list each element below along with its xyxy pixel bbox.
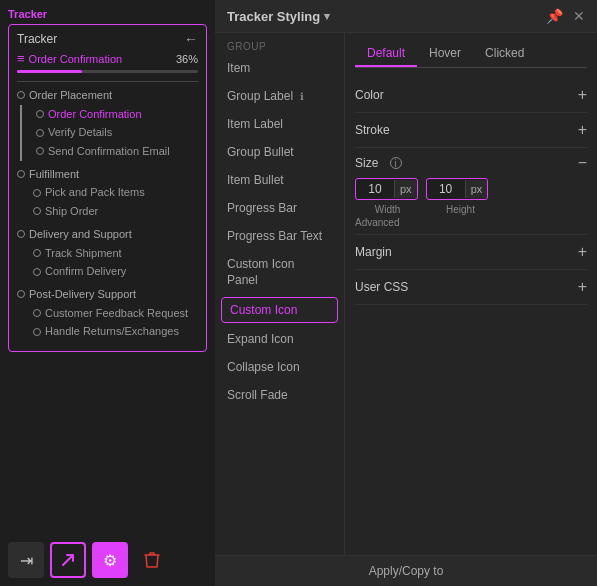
nav-item-item-bullet[interactable]: Item Bullet <box>215 166 344 194</box>
gear-button[interactable]: ⚙ <box>92 542 128 578</box>
tree-item-confirm-delivery[interactable]: Confirm Delivery <box>17 262 198 281</box>
tree-group-label-order-placement: Order Placement <box>29 86 112 105</box>
size-width-sub-label: Width <box>355 204 420 215</box>
size-width-input-group: px <box>355 178 418 200</box>
tree-group-fulfillment: Fulfillment <box>17 165 198 184</box>
tree-item-returns[interactable]: Handle Returns/Exchanges <box>17 322 198 341</box>
tracker-progress-row: Order Confirmation 36% <box>17 51 198 66</box>
tree-group-label-delivery: Delivery and Support <box>29 225 132 244</box>
settings-panel: Default Hover Clicked Color + Stroke + S… <box>345 33 597 555</box>
progress-bar-track <box>17 70 198 73</box>
panel-title-text: Tracker Styling <box>227 9 320 24</box>
margin-add-icon[interactable]: + <box>578 243 587 261</box>
divider <box>17 81 198 82</box>
tree-item-order-confirmation[interactable]: Order Confirmation <box>20 105 198 124</box>
panel-body: Group Item Group Label ℹ Item Label Grou… <box>215 33 597 555</box>
tree-group-icon-fulfillment <box>17 170 25 178</box>
tree-section-order-placement: Order Placement Order Confirmation Verif… <box>17 86 198 161</box>
size-labels: Width Height <box>355 204 587 215</box>
panel-title-group: Tracker Styling ▾ <box>227 9 330 24</box>
nav-section-group-label: Group <box>215 37 344 54</box>
nav-item-item[interactable]: Item <box>215 54 344 82</box>
tree-group-icon-delivery <box>17 230 25 238</box>
nav-item-group-bullet[interactable]: Group Bullet <box>215 138 344 166</box>
stroke-label: Stroke <box>355 123 390 137</box>
size-inputs: px px <box>355 178 587 200</box>
nav-item-item-label[interactable]: Item Label <box>215 110 344 138</box>
state-tabs: Default Hover Clicked <box>355 41 587 68</box>
user-css-label: User CSS <box>355 280 408 294</box>
nav-item-progress-bar-text[interactable]: Progress Bar Text <box>215 222 344 250</box>
size-height-input[interactable] <box>427 179 465 199</box>
margin-row: Margin + <box>355 235 587 270</box>
nav-item-custom-icon[interactable]: Custom Icon <box>221 297 338 323</box>
nav-item-progress-bar[interactable]: Progress Bar <box>215 194 344 222</box>
tracker-back-arrow[interactable]: ← <box>184 31 198 47</box>
size-info-icon: i <box>390 157 402 169</box>
progress-bar-fill <box>17 70 82 73</box>
tree-group-icon-order-placement <box>17 91 25 99</box>
nav-item-collapse-icon[interactable]: Collapse Icon <box>215 353 344 381</box>
tree-section-fulfillment: Fulfillment Pick and Pack Items Ship Ord… <box>17 165 198 221</box>
tree-group-post-delivery: Post-Delivery Support <box>17 285 198 304</box>
tab-hover[interactable]: Hover <box>417 41 473 67</box>
tracker-header: Tracker ← <box>17 31 198 47</box>
size-height-unit: px <box>465 180 488 198</box>
color-label: Color <box>355 88 384 102</box>
right-panel: Tracker Styling ▾ 📌 ✕ Group Item Group L… <box>215 0 597 586</box>
size-height-sub-label: Height <box>428 204 493 215</box>
nav-item-expand-icon[interactable]: Expand Icon <box>215 325 344 353</box>
nav-item-scroll-fade[interactable]: Scroll Fade <box>215 381 344 409</box>
tree-item-send-confirmation[interactable]: Send Confirmation Email <box>20 142 198 161</box>
size-advanced-label[interactable]: Advanced <box>355 217 587 228</box>
user-css-add-icon[interactable]: + <box>578 278 587 296</box>
middle-nav: Group Item Group Label ℹ Item Label Grou… <box>215 33 345 555</box>
size-section: Size i − px px Width <box>355 148 587 235</box>
export-button[interactable] <box>50 542 86 578</box>
tab-default[interactable]: Default <box>355 41 417 67</box>
stroke-row: Stroke + <box>355 113 587 148</box>
margin-label: Margin <box>355 245 392 259</box>
tracker-progress-label: Order Confirmation <box>17 51 122 66</box>
tree-section-delivery: Delivery and Support Track Shipment Conf… <box>17 225 198 281</box>
tree-item-track-shipment[interactable]: Track Shipment <box>17 244 198 263</box>
pin-icon[interactable]: 📌 <box>546 8 563 24</box>
panel-title-chevron-icon[interactable]: ▾ <box>324 10 330 23</box>
color-row: Color + <box>355 78 587 113</box>
tracker-title: Tracker <box>17 32 57 46</box>
nav-item-group-label[interactable]: Group Label ℹ <box>215 82 344 110</box>
tree-item-verify-details[interactable]: Verify Details <box>20 123 198 142</box>
panel-header-icons: 📌 ✕ <box>546 8 585 24</box>
nav-item-custom-icon-panel[interactable]: Custom IconPanel <box>215 250 344 295</box>
tree-item-ship-order[interactable]: Ship Order <box>17 202 198 221</box>
panel-footer: Apply/Copy to <box>215 555 597 586</box>
size-height-input-group: px <box>426 178 489 200</box>
tracker-section-label: Tracker <box>8 8 207 20</box>
trash-button[interactable] <box>134 542 170 578</box>
size-collapse-icon[interactable]: − <box>578 154 587 172</box>
close-icon[interactable]: ✕ <box>573 8 585 24</box>
tree-item-feedback[interactable]: Customer Feedback Request <box>17 304 198 323</box>
tracker-percent: 36% <box>176 53 198 65</box>
stroke-add-icon[interactable]: + <box>578 121 587 139</box>
size-header: Size i − <box>355 154 587 172</box>
panel-header: Tracker Styling ▾ 📌 ✕ <box>215 0 597 33</box>
tree-group-label-post-delivery: Post-Delivery Support <box>29 285 136 304</box>
size-width-unit: px <box>394 180 417 198</box>
size-width-input[interactable] <box>356 179 394 199</box>
tab-clicked[interactable]: Clicked <box>473 41 536 67</box>
tree-group-order-placement: Order Placement <box>17 86 198 105</box>
tracker-box: Tracker ← Order Confirmation 36% Order P… <box>8 24 207 352</box>
apply-copy-button[interactable]: Apply/Copy to <box>369 564 444 578</box>
align-button[interactable]: ⇥ <box>8 542 44 578</box>
tree-item-pick-pack[interactable]: Pick and Pack Items <box>17 183 198 202</box>
bottom-toolbar: ⇥ ⚙ <box>8 534 207 578</box>
tree-section-post-delivery: Post-Delivery Support Customer Feedback … <box>17 285 198 341</box>
user-css-row: User CSS + <box>355 270 587 305</box>
color-add-icon[interactable]: + <box>578 86 587 104</box>
tree-group-icon-post-delivery <box>17 290 25 298</box>
size-label: Size i <box>355 156 402 170</box>
tracker-tree: Order Placement Order Confirmation Verif… <box>17 86 198 341</box>
tree-group-delivery: Delivery and Support <box>17 225 198 244</box>
left-panel: Tracker Tracker ← Order Confirmation 36%… <box>0 0 215 586</box>
